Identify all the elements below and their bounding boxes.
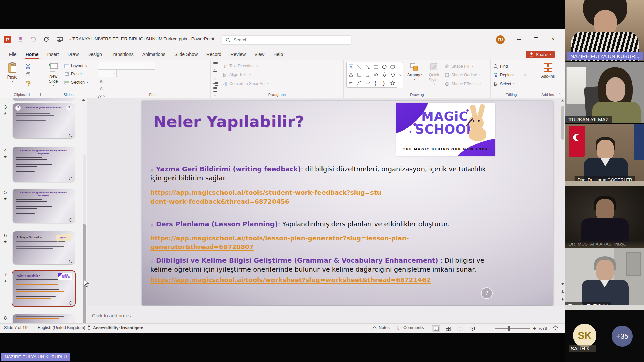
scroll-down-icon[interactable]	[561, 283, 564, 286]
bullet-link[interactable]: https://app.magicschool.ai/tools/workshe…	[150, 276, 493, 285]
tab-slide-show[interactable]: Slide Show	[170, 50, 202, 59]
shape-arrow-right[interactable]	[372, 71, 380, 79]
normal-view-button[interactable]	[432, 325, 440, 332]
font-size-select[interactable]	[98, 70, 117, 77]
bullet-link[interactable]: https://app.magicschool.ai/tools/lesson-…	[150, 234, 493, 252]
bullet-link[interactable]: https://app.magicschool.ai/tools/student…	[150, 188, 385, 206]
minimize-button[interactable]	[511, 33, 526, 46]
thumbnails-scroll-up-icon[interactable]	[82, 99, 85, 101]
zoom-in-button[interactable]: +	[533, 325, 536, 331]
slide-2-thumbnail-partial[interactable]	[13, 98, 75, 101]
shape-arrow-down[interactable]	[380, 71, 389, 79]
previous-slide-icon[interactable]	[561, 289, 564, 293]
tab-record[interactable]: Record	[202, 50, 226, 59]
scrollbar-thumb[interactable]	[561, 106, 564, 140]
powerpoint-logo-icon[interactable]: P	[4, 36, 11, 43]
zoom-slider[interactable]	[495, 328, 530, 329]
replace-button[interactable]: b Replace	[493, 71, 530, 79]
paragraph-dialog-launcher-icon[interactable]	[339, 93, 342, 96]
shape-star[interactable]	[388, 79, 397, 87]
shape-curve[interactable]	[363, 79, 372, 87]
slide-scrollbar[interactable]	[561, 99, 565, 305]
notes-pane[interactable]: Click to add notes	[87, 306, 565, 324]
increase-indent-icon[interactable]	[213, 84, 218, 87]
account-avatar[interactable]: FÜ	[496, 35, 505, 44]
tab-review[interactable]: Review	[226, 50, 250, 59]
tab-home[interactable]: Home	[21, 50, 43, 59]
tab-help[interactable]: Help	[269, 50, 287, 59]
slide-thumbnail-4[interactable]: Yabancı Dil Öğretiminde Yapay Zekanın Fa…	[13, 147, 75, 182]
start-slideshow-icon[interactable]	[56, 35, 64, 43]
participant-tile-3[interactable]: Doç. Dr. Harun GÖÇERLER	[565, 124, 644, 186]
tab-design[interactable]: Design	[83, 50, 106, 59]
zoom-slider-thumb[interactable]	[508, 326, 510, 331]
reading-view-button[interactable]	[456, 325, 464, 332]
shape-effects-button[interactable]: Shape Effects	[445, 80, 481, 88]
customize-toolbar-icon[interactable]	[69, 38, 71, 40]
slide-thumbnail-6[interactable]: 1. MagicSchool.aiMAGiC	[13, 231, 75, 264]
tab-insert[interactable]: Insert	[43, 50, 63, 59]
slide-thumbnail-7[interactable]: Neler Yapılabilir?MAGiCSCHOOL	[13, 271, 75, 306]
drawing-dialog-launcher-icon[interactable]	[486, 93, 489, 96]
font-dialog-launcher-icon[interactable]	[206, 93, 209, 96]
shape-rectangle[interactable]	[372, 63, 380, 71]
shape-outline-button[interactable]: Shape Outline	[445, 71, 481, 79]
shape-isosceles-triangle[interactable]	[347, 71, 355, 79]
search-box[interactable]	[222, 35, 351, 44]
decrease-indent-icon[interactable]	[213, 81, 218, 84]
shape-text-box[interactable]: A	[347, 63, 355, 71]
slide-sorter-view-button[interactable]	[444, 325, 452, 332]
shape-left-brace[interactable]: {	[372, 79, 380, 87]
participant-tile-5[interactable]: Tacettin TURGAY	[565, 248, 644, 310]
bullets-icon[interactable]	[213, 62, 218, 65]
slide-indicator[interactable]: Slide 7 of 19	[4, 325, 28, 330]
language-indicator[interactable]: English (United Kingdom)	[38, 325, 85, 330]
quick-styles-button[interactable]: Quick Styles	[426, 62, 442, 88]
thumbnails-scrollbar[interactable]	[83, 154, 86, 324]
shape-scribble[interactable]	[347, 79, 355, 87]
tab-transitions[interactable]: Transitions	[106, 50, 138, 59]
save-icon[interactable]	[16, 35, 24, 43]
arrange-button[interactable]: Arrange	[406, 62, 423, 88]
text-direction-button[interactable]: A Text Direction	[223, 62, 268, 70]
overflow-participants-badge[interactable]: +35	[612, 326, 633, 347]
participant-tile-2[interactable]: TÜRKAN YILMAZ	[565, 62, 644, 123]
section-button[interactable]: Section	[64, 79, 88, 86]
shape-line-arrow[interactable]	[363, 63, 372, 71]
shape-right-brace[interactable]: }	[380, 79, 389, 87]
paste-button[interactable]: Paste	[4, 62, 21, 87]
clipboard-dialog-launcher-icon[interactable]	[38, 93, 41, 96]
layout-button[interactable]: Layout	[64, 62, 88, 70]
current-slide[interactable]: Neler Yapılabilir? MAGiC SCHOOL	[142, 101, 553, 305]
align-text-button[interactable]: Align Text	[223, 71, 268, 79]
redo-icon[interactable]	[43, 35, 51, 43]
tab-file[interactable]: File	[5, 50, 21, 59]
fit-slide-to-window-button[interactable]	[553, 325, 558, 330]
participant-tile-1[interactable]: NAZİRE FULYA ÜN KUBUR...	[565, 0, 644, 61]
participant-tile-6[interactable]: SKSALIH K...+35	[565, 310, 644, 362]
select-button[interactable]: Select	[493, 80, 530, 88]
font-name-select[interactable]	[98, 62, 155, 70]
shape-rounded-rectangle[interactable]	[388, 63, 397, 71]
shape-line[interactable]	[355, 63, 364, 71]
format-painter-icon[interactable]	[24, 80, 32, 87]
search-input[interactable]	[233, 37, 348, 43]
shape-fill-button[interactable]: Shape Fill	[445, 63, 481, 70]
addins-button[interactable]: Add-ins	[540, 62, 556, 79]
line-spacing-icon[interactable]	[213, 87, 218, 92]
reset-button[interactable]: Reset	[64, 70, 88, 78]
shape-arc[interactable]	[355, 79, 364, 87]
copy-icon[interactable]	[24, 71, 32, 79]
scroll-up-icon[interactable]	[561, 100, 564, 102]
comments-toggle[interactable]: Comments	[397, 325, 424, 330]
maximize-button[interactable]	[529, 33, 543, 46]
accessibility-status[interactable]: Accessibility: Investigate	[87, 325, 143, 330]
slide-thumbnail-5[interactable]: Yabancı Dil Öğretiminde Yapay Zekanın Zo…	[13, 189, 75, 223]
find-button[interactable]: Find	[493, 63, 530, 70]
undo-icon[interactable]	[30, 35, 38, 43]
notes-toggle[interactable]: Notes	[372, 325, 390, 330]
shape-oval[interactable]	[380, 63, 389, 71]
zoom-out-button[interactable]: –	[489, 325, 492, 331]
share-button[interactable]: Share	[526, 51, 555, 58]
next-slide-icon[interactable]	[561, 297, 564, 301]
